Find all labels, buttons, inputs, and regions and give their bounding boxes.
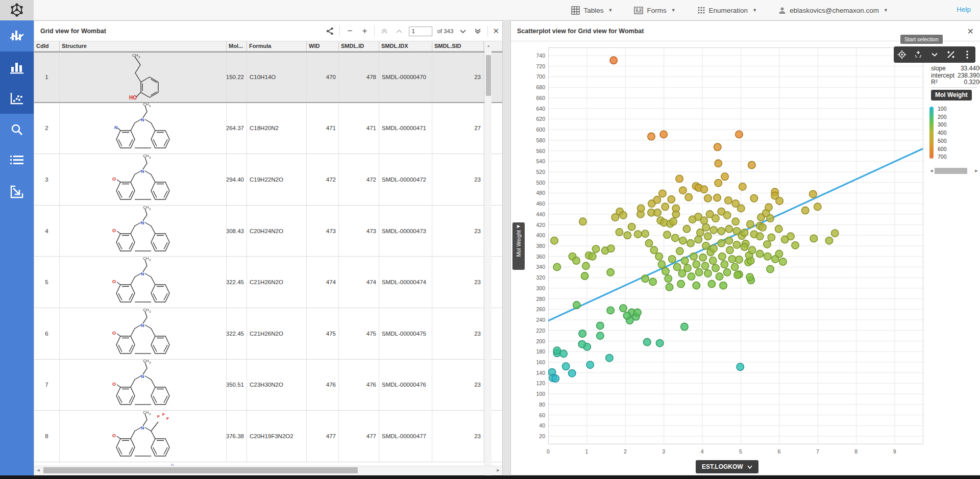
data-point[interactable]: [654, 209, 661, 216]
data-point[interactable]: [672, 205, 679, 212]
cell-wid[interactable]: 475: [307, 308, 339, 359]
data-point[interactable]: [814, 203, 821, 210]
more-options-icon[interactable]: [961, 48, 974, 61]
cell-formula[interactable]: C21H26N2O: [247, 308, 307, 359]
cell-mol-weight[interactable]: 322.45: [227, 308, 247, 359]
cell-mol-weight[interactable]: 376.38: [227, 411, 247, 462]
data-point[interactable]: [736, 131, 743, 138]
table-row[interactable]: 8 N CH3 O FFF 376.38C20H19F3N2O2477477SM…: [34, 411, 502, 462]
data-point[interactable]: [726, 246, 733, 254]
cell-smdl-id[interactable]: 476: [339, 360, 379, 411]
grid-vertical-scrollbar[interactable]: ▲ ▼: [484, 42, 492, 479]
last-page-icon[interactable]: [473, 26, 483, 37]
share-icon[interactable]: [325, 26, 335, 37]
data-point[interactable]: [775, 225, 782, 233]
cell-formula[interactable]: C23H30N2O: [247, 360, 307, 411]
data-point[interactable]: [620, 212, 627, 219]
cell-smdl-id[interactable]: 472: [339, 154, 379, 205]
cell-smdl-idx[interactable]: SMDL-00000472: [379, 154, 432, 205]
help-link[interactable]: Help: [957, 6, 971, 13]
data-point[interactable]: [670, 218, 677, 225]
data-point[interactable]: [750, 195, 757, 202]
first-page-icon[interactable]: [379, 26, 389, 37]
data-point[interactable]: [741, 243, 748, 250]
data-point[interactable]: [721, 173, 728, 180]
cell-wid[interactable]: 476: [307, 360, 339, 411]
chevron-down-icon[interactable]: [928, 48, 941, 61]
data-point[interactable]: [634, 309, 641, 316]
cell-wid[interactable]: 477: [307, 411, 339, 462]
scroll-right-icon[interactable]: ▶: [495, 467, 502, 474]
table-row[interactable]: 7 N CH3 O 350.51C23H30N2O476476SMDL-0000…: [34, 360, 502, 411]
data-point[interactable]: [714, 143, 721, 150]
scroll-up-icon[interactable]: ▲: [485, 42, 492, 49]
sidebar-item-list[interactable]: [0, 145, 34, 176]
data-point[interactable]: [662, 268, 669, 275]
cell-smdl-idx[interactable]: SMDL-00000475: [379, 308, 432, 359]
cell-smdl-idx[interactable]: SMDL-00000473: [379, 206, 432, 257]
column-header-formula[interactable]: Formula: [247, 41, 307, 51]
data-point[interactable]: [792, 242, 799, 249]
cell-smdl-id[interactable]: 471: [339, 103, 379, 154]
data-point[interactable]: [787, 233, 794, 240]
cell-formula[interactable]: C20H19F3N2O2: [247, 411, 307, 462]
data-point[interactable]: [702, 242, 709, 249]
data-point[interactable]: [634, 231, 641, 238]
data-point[interactable]: [723, 269, 730, 276]
data-point[interactable]: [616, 229, 623, 236]
cell-formula[interactable]: C18H20N2: [247, 103, 307, 154]
start-selection-icon[interactable]: [895, 48, 909, 61]
table-row[interactable]: 6 N CH3 O 322.45C21H26N2O475475SMDL-0000…: [34, 308, 502, 360]
cell-mol-weight[interactable]: 350.51: [227, 360, 247, 411]
cell-smdl-sid[interactable]: 23: [432, 154, 484, 205]
grid-vscroll-thumb[interactable]: [486, 55, 491, 96]
data-point[interactable]: [638, 205, 645, 212]
data-point[interactable]: [666, 284, 673, 291]
table-row[interactable]: 5 N CH3 O 322.45C21H26N2O474474SMDL-0000…: [34, 257, 502, 308]
tables-menu[interactable]: Tables ▼: [571, 6, 612, 15]
data-point[interactable]: [756, 233, 764, 240]
data-point[interactable]: [725, 225, 732, 233]
data-point[interactable]: [764, 241, 771, 248]
data-point[interactable]: [610, 57, 617, 64]
data-point[interactable]: [697, 229, 704, 236]
data-point[interactable]: [712, 215, 719, 222]
data-point[interactable]: [672, 234, 679, 241]
table-row[interactable]: 4 N CH3 O 308.43C20H24N2O473473SMDL-0000…: [34, 206, 502, 257]
data-point[interactable]: [573, 257, 580, 264]
data-point[interactable]: [677, 280, 684, 287]
data-point[interactable]: [801, 207, 808, 214]
data-point[interactable]: [732, 218, 739, 225]
data-point[interactable]: [606, 354, 613, 361]
data-point[interactable]: [764, 253, 771, 260]
data-point[interactable]: [681, 323, 688, 330]
cell-smdl-id[interactable]: 475: [339, 308, 379, 359]
data-point[interactable]: [553, 263, 560, 270]
data-point[interactable]: [676, 175, 683, 182]
data-point[interactable]: [831, 230, 839, 237]
page-number-input[interactable]: [409, 27, 432, 36]
cell-wid[interactable]: 474: [307, 257, 339, 308]
data-point[interactable]: [581, 272, 588, 280]
cell-structure[interactable]: N CH3 N: [60, 103, 227, 154]
data-point[interactable]: [589, 253, 596, 260]
data-point[interactable]: [669, 256, 676, 263]
user-menu[interactable]: eblaskovics@chemaxon.com ▼: [778, 7, 888, 14]
data-point[interactable]: [721, 261, 728, 268]
cell-mol-weight[interactable]: 294.40: [227, 154, 247, 205]
cell-mol-weight[interactable]: 264.37: [227, 103, 247, 154]
cell-wid[interactable]: 471: [307, 103, 339, 154]
data-point[interactable]: [658, 261, 665, 268]
data-point[interactable]: [709, 257, 717, 264]
data-point[interactable]: [719, 253, 726, 260]
scatter-plot[interactable]: [548, 47, 923, 444]
grid-horizontal-scrollbar[interactable]: ◀ ▶: [34, 466, 502, 474]
cell-structure[interactable]: CH3 HO: [60, 53, 227, 102]
data-point[interactable]: [642, 230, 649, 237]
data-point[interactable]: [702, 224, 709, 231]
data-point[interactable]: [679, 237, 687, 244]
legend-scrollbar[interactable]: ◀ ▶: [928, 167, 979, 174]
data-point[interactable]: [695, 236, 702, 243]
data-point[interactable]: [685, 193, 692, 200]
data-point[interactable]: [665, 275, 672, 282]
